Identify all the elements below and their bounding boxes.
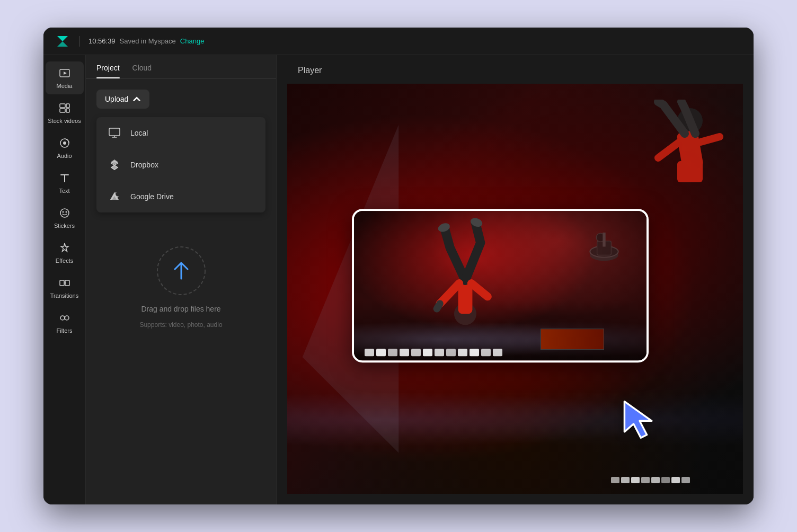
zoom-card-inner [354, 211, 647, 360]
sidebar-item-media[interactable]: Media [46, 61, 84, 94]
sidebar-item-stickers[interactable]: Stickers [46, 201, 84, 234]
title-divider [79, 36, 80, 47]
player-title: Player [287, 66, 322, 75]
upload-google-drive-item[interactable]: Google Drive [96, 181, 265, 212]
cursor-arrow [621, 398, 658, 441]
tab-project[interactable]: Project [96, 64, 120, 78]
svg-point-13 [60, 316, 65, 320]
effects-icon [58, 242, 71, 254]
sidebar-item-transitions-label: Transitions [50, 292, 78, 299]
svg-rect-19 [677, 161, 703, 182]
sidebar-item-text-label: Text [59, 188, 69, 194]
google-drive-icon [107, 189, 122, 204]
upload-dropbox-item[interactable]: Dropbox [96, 149, 265, 181]
upload-google-drive-label: Google Drive [130, 192, 174, 201]
svg-rect-3 [60, 109, 65, 112]
sidebar-item-stock-videos-label: Stock videos [48, 118, 81, 124]
sidebar-item-media-label: Media [57, 83, 73, 89]
sidebar-item-stock-videos[interactable]: Stock videos [46, 96, 84, 129]
video-preview [287, 84, 743, 494]
sidebar-item-text[interactable]: Text [46, 166, 84, 199]
stock-videos-icon [58, 102, 71, 114]
transitions-icon [58, 277, 71, 289]
sidebar-item-effects-label: Effects [56, 258, 73, 264]
dropbox-icon [107, 157, 122, 172]
upload-dropdown: Local Dropbox [96, 117, 265, 212]
panel-content: Upload Local [86, 79, 276, 504]
svg-rect-2 [60, 104, 65, 108]
zoom-card [352, 209, 649, 362]
svg-point-7 [63, 141, 66, 145]
app-window: 10:56:39 Saved in Myspace Change Media [43, 28, 754, 504]
upload-button[interactable]: Upload [96, 90, 149, 109]
saved-status: Saved in Myspace [120, 37, 176, 45]
sidebar-item-stickers-label: Stickers [54, 223, 75, 229]
svg-point-9 [62, 211, 64, 213]
upload-dropbox-label: Dropbox [130, 161, 158, 169]
sidebar-item-transitions[interactable]: Transitions [46, 271, 84, 304]
upload-button-label: Upload [105, 95, 128, 103]
media-icon [58, 67, 71, 79]
filters-icon [58, 312, 71, 324]
text-icon [58, 172, 71, 184]
monitor-icon [107, 126, 122, 140]
sidebar-item-effects[interactable]: Effects [46, 236, 84, 269]
main-content: Media Stock videos [43, 55, 754, 504]
player-area: Player [277, 55, 754, 504]
sidebar-item-filters-label: Filters [57, 327, 73, 334]
panel-tabs: Project Cloud [86, 55, 276, 79]
svg-rect-11 [60, 280, 64, 286]
audio-icon [58, 137, 71, 149]
svg-marker-1 [64, 72, 67, 75]
current-time: 10:56:39 [88, 37, 116, 45]
svg-rect-29 [603, 233, 605, 247]
stickers-icon [58, 207, 71, 219]
svg-rect-15 [109, 128, 120, 136]
title-bar: 10:56:39 Saved in Myspace Change [43, 28, 754, 55]
title-info: 10:56:39 Saved in Myspace Change [88, 37, 204, 45]
change-link[interactable]: Change [180, 37, 205, 45]
sidebar-item-audio-label: Audio [57, 153, 72, 159]
app-logo [54, 33, 71, 50]
sidebar-item-filters[interactable]: Filters [46, 306, 84, 339]
svg-rect-5 [66, 109, 69, 112]
sidebar-item-audio[interactable]: Audio [46, 131, 84, 164]
drop-zone-sub-text: Supports: video, photo, audio [139, 321, 222, 329]
sidebar: Media Stock videos [43, 55, 86, 504]
svg-point-8 [60, 209, 69, 217]
upload-local-label: Local [130, 129, 148, 137]
upload-local-item[interactable]: Local [96, 117, 265, 149]
drop-zone: Drag and drop files here Supports: video… [96, 223, 265, 350]
drop-zone-main-text: Drag and drop files here [141, 304, 220, 315]
media-panel: Project Cloud Upload [86, 55, 277, 504]
svg-rect-4 [66, 104, 69, 108]
svg-point-10 [65, 211, 67, 213]
tab-cloud[interactable]: Cloud [132, 64, 152, 78]
